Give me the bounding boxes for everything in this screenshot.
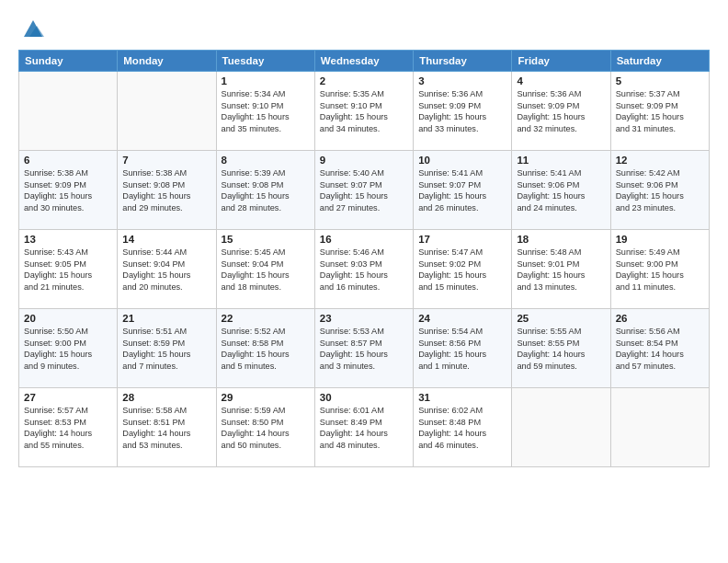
calendar-cell: 5Sunrise: 5:37 AM Sunset: 9:09 PM Daylig… — [610, 72, 709, 151]
day-detail: Sunrise: 5:53 AM Sunset: 8:57 PM Dayligh… — [320, 326, 408, 373]
day-detail: Sunrise: 5:38 AM Sunset: 9:09 PM Dayligh… — [24, 167, 112, 214]
calendar-cell: 28Sunrise: 5:58 AM Sunset: 8:51 PM Dayli… — [118, 388, 216, 467]
day-detail: Sunrise: 5:54 AM Sunset: 8:56 PM Dayligh… — [418, 326, 506, 373]
day-number: 24 — [418, 313, 506, 324]
day-detail: Sunrise: 5:39 AM Sunset: 9:08 PM Dayligh… — [222, 167, 310, 214]
day-number: 12 — [616, 155, 704, 166]
weekday-header-wednesday: Wednesday — [314, 51, 413, 72]
calendar-cell: 21Sunrise: 5:51 AM Sunset: 8:59 PM Dayli… — [118, 309, 216, 388]
day-detail: Sunrise: 5:37 AM Sunset: 9:09 PM Dayligh… — [616, 88, 704, 135]
day-number: 20 — [24, 313, 112, 324]
week-row-5: 27Sunrise: 5:57 AM Sunset: 8:53 PM Dayli… — [19, 388, 710, 467]
day-detail: Sunrise: 5:56 AM Sunset: 8:54 PM Dayligh… — [616, 326, 704, 373]
calendar-cell: 19Sunrise: 5:49 AM Sunset: 9:00 PM Dayli… — [610, 230, 709, 309]
day-detail: Sunrise: 6:02 AM Sunset: 8:48 PM Dayligh… — [418, 405, 506, 452]
day-number: 11 — [517, 155, 605, 166]
calendar-cell: 25Sunrise: 5:55 AM Sunset: 8:55 PM Dayli… — [512, 309, 610, 388]
calendar-cell — [19, 72, 118, 151]
calendar-cell: 4Sunrise: 5:36 AM Sunset: 9:09 PM Daylig… — [512, 72, 610, 151]
day-detail: Sunrise: 5:57 AM Sunset: 8:53 PM Dayligh… — [24, 405, 112, 452]
day-detail: Sunrise: 5:34 AM Sunset: 9:10 PM Dayligh… — [222, 88, 310, 135]
day-number: 25 — [517, 313, 605, 324]
calendar-cell: 17Sunrise: 5:47 AM Sunset: 9:02 PM Dayli… — [414, 230, 512, 309]
day-number: 22 — [222, 313, 310, 324]
calendar-cell: 9Sunrise: 5:40 AM Sunset: 9:07 PM Daylig… — [314, 151, 413, 230]
calendar-cell: 29Sunrise: 5:59 AM Sunset: 8:50 PM Dayli… — [216, 388, 314, 467]
calendar: SundayMondayTuesdayWednesdayThursdayFrid… — [18, 50, 710, 467]
calendar-cell: 27Sunrise: 5:57 AM Sunset: 8:53 PM Dayli… — [19, 388, 118, 467]
calendar-cell — [512, 388, 610, 467]
day-number: 9 — [320, 155, 408, 166]
header — [18, 17, 710, 42]
calendar-cell: 13Sunrise: 5:43 AM Sunset: 9:05 PM Dayli… — [19, 230, 118, 309]
day-number: 5 — [616, 75, 704, 86]
calendar-cell: 20Sunrise: 5:50 AM Sunset: 9:00 PM Dayli… — [19, 309, 118, 388]
day-detail: Sunrise: 5:41 AM Sunset: 9:06 PM Dayligh… — [517, 167, 605, 214]
week-row-4: 20Sunrise: 5:50 AM Sunset: 9:00 PM Dayli… — [19, 309, 710, 388]
weekday-header-monday: Monday — [118, 51, 216, 72]
day-number: 4 — [517, 75, 605, 86]
calendar-cell: 11Sunrise: 5:41 AM Sunset: 9:06 PM Dayli… — [512, 151, 610, 230]
week-row-3: 13Sunrise: 5:43 AM Sunset: 9:05 PM Dayli… — [19, 230, 710, 309]
calendar-cell: 23Sunrise: 5:53 AM Sunset: 8:57 PM Dayli… — [314, 309, 413, 388]
day-detail: Sunrise: 5:43 AM Sunset: 9:05 PM Dayligh… — [24, 247, 112, 293]
day-detail: Sunrise: 5:36 AM Sunset: 9:09 PM Dayligh… — [517, 88, 605, 135]
calendar-cell: 3Sunrise: 5:36 AM Sunset: 9:09 PM Daylig… — [414, 72, 512, 151]
day-number: 17 — [418, 234, 506, 245]
day-detail: Sunrise: 5:36 AM Sunset: 9:09 PM Dayligh… — [418, 88, 506, 135]
day-detail: Sunrise: 5:41 AM Sunset: 9:07 PM Dayligh… — [418, 167, 506, 214]
calendar-cell: 18Sunrise: 5:48 AM Sunset: 9:01 PM Dayli… — [512, 230, 610, 309]
day-number: 8 — [222, 155, 310, 166]
calendar-cell: 15Sunrise: 5:45 AM Sunset: 9:04 PM Dayli… — [216, 230, 314, 309]
logo-icon — [20, 17, 46, 42]
day-detail: Sunrise: 5:52 AM Sunset: 8:58 PM Dayligh… — [222, 326, 310, 373]
calendar-cell: 14Sunrise: 5:44 AM Sunset: 9:04 PM Dayli… — [118, 230, 216, 309]
day-number: 15 — [222, 234, 310, 245]
day-detail: Sunrise: 5:45 AM Sunset: 9:04 PM Dayligh… — [222, 247, 310, 293]
day-number: 7 — [122, 155, 210, 166]
calendar-cell: 6Sunrise: 5:38 AM Sunset: 9:09 PM Daylig… — [19, 151, 118, 230]
calendar-cell: 30Sunrise: 6:01 AM Sunset: 8:49 PM Dayli… — [314, 388, 413, 467]
day-number: 3 — [418, 75, 506, 86]
day-number: 13 — [24, 234, 112, 245]
calendar-cell: 16Sunrise: 5:46 AM Sunset: 9:03 PM Dayli… — [314, 230, 413, 309]
calendar-cell: 24Sunrise: 5:54 AM Sunset: 8:56 PM Dayli… — [414, 309, 512, 388]
calendar-cell: 26Sunrise: 5:56 AM Sunset: 8:54 PM Dayli… — [610, 309, 709, 388]
calendar-cell: 7Sunrise: 5:38 AM Sunset: 9:08 PM Daylig… — [118, 151, 216, 230]
day-detail: Sunrise: 5:46 AM Sunset: 9:03 PM Dayligh… — [320, 247, 408, 293]
day-number: 27 — [24, 392, 112, 403]
day-number: 10 — [418, 155, 506, 166]
day-detail: Sunrise: 5:42 AM Sunset: 9:06 PM Dayligh… — [616, 167, 704, 214]
day-number: 26 — [616, 313, 704, 324]
day-detail: Sunrise: 5:47 AM Sunset: 9:02 PM Dayligh… — [418, 247, 506, 293]
day-detail: Sunrise: 5:50 AM Sunset: 9:00 PM Dayligh… — [24, 326, 112, 373]
day-number: 23 — [320, 313, 408, 324]
day-number: 18 — [517, 234, 605, 245]
day-number: 21 — [122, 313, 210, 324]
calendar-cell: 22Sunrise: 5:52 AM Sunset: 8:58 PM Dayli… — [216, 309, 314, 388]
day-detail: Sunrise: 5:59 AM Sunset: 8:50 PM Dayligh… — [222, 405, 310, 452]
calendar-cell: 1Sunrise: 5:34 AM Sunset: 9:10 PM Daylig… — [216, 72, 314, 151]
day-detail: Sunrise: 5:40 AM Sunset: 9:07 PM Dayligh… — [320, 167, 408, 214]
weekday-header-friday: Friday — [512, 51, 610, 72]
calendar-cell — [610, 388, 709, 467]
day-number: 30 — [320, 392, 408, 403]
day-number: 2 — [320, 75, 408, 86]
day-detail: Sunrise: 5:44 AM Sunset: 9:04 PM Dayligh… — [122, 247, 210, 293]
day-number: 28 — [122, 392, 210, 403]
day-detail: Sunrise: 6:01 AM Sunset: 8:49 PM Dayligh… — [320, 405, 408, 452]
day-number: 19 — [616, 234, 704, 245]
weekday-header-tuesday: Tuesday — [216, 51, 314, 72]
week-row-2: 6Sunrise: 5:38 AM Sunset: 9:09 PM Daylig… — [19, 151, 710, 230]
calendar-cell — [118, 72, 216, 151]
calendar-cell: 2Sunrise: 5:35 AM Sunset: 9:10 PM Daylig… — [314, 72, 413, 151]
calendar-cell: 8Sunrise: 5:39 AM Sunset: 9:08 PM Daylig… — [216, 151, 314, 230]
logo — [18, 17, 46, 42]
day-detail: Sunrise: 5:38 AM Sunset: 9:08 PM Dayligh… — [122, 167, 210, 214]
day-number: 14 — [122, 234, 210, 245]
day-number: 6 — [24, 155, 112, 166]
day-number: 29 — [222, 392, 310, 403]
day-detail: Sunrise: 5:48 AM Sunset: 9:01 PM Dayligh… — [517, 247, 605, 293]
day-detail: Sunrise: 5:49 AM Sunset: 9:00 PM Dayligh… — [616, 247, 704, 293]
day-number: 1 — [222, 75, 310, 86]
